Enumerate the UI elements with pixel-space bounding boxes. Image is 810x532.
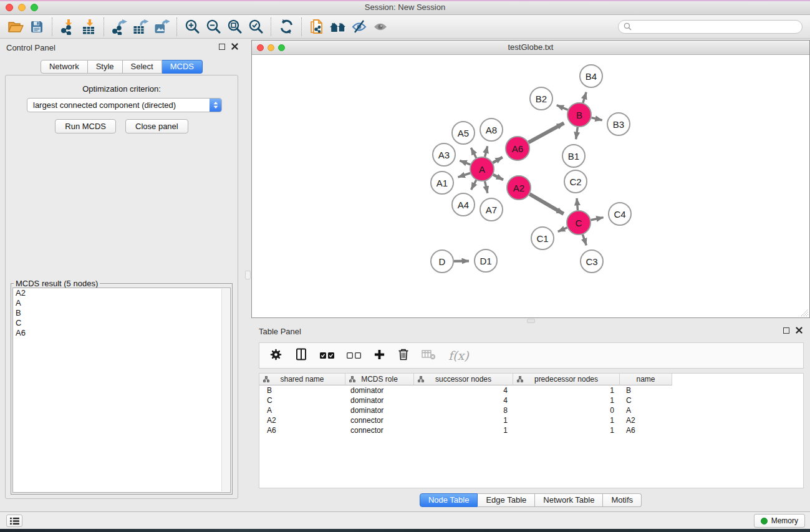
graph-node-A5[interactable]: A5 [451, 121, 475, 145]
home-button[interactable] [327, 17, 349, 36]
graph-node-C[interactable]: C [566, 210, 591, 235]
tab-node-table[interactable]: Node Table [420, 493, 478, 507]
tab-network-table[interactable]: Network Table [535, 493, 603, 507]
show-column-button[interactable] [295, 348, 307, 363]
network-window-traffic-lights[interactable] [257, 44, 285, 51]
tab-motifs[interactable]: Motifs [603, 493, 642, 507]
dropdown-stepper[interactable] [210, 98, 221, 112]
table-row[interactable]: C dominator 4 1 C [259, 395, 803, 405]
graph-edge-A-A2[interactable] [493, 175, 503, 180]
show-graphics-details-button[interactable] [370, 17, 391, 36]
graph-node-B[interactable]: B [567, 102, 592, 127]
network-from-selection-button[interactable] [306, 17, 327, 36]
close-panel-icon[interactable] [231, 43, 238, 50]
graph-node-B1[interactable]: B1 [562, 144, 586, 168]
graph-node-A4[interactable]: A4 [451, 193, 475, 216]
memory-button[interactable]: Memory [754, 514, 805, 528]
window-resize-grip[interactable] [800, 308, 809, 317]
graph-edge-C-C1[interactable] [558, 228, 567, 231]
hide-graphics-details-button[interactable] [349, 17, 370, 36]
column-header-shared-name[interactable]: shared name [259, 374, 345, 385]
graph-edge-A-A4[interactable] [471, 180, 476, 190]
column-header-name[interactable]: name [620, 374, 672, 385]
graph-node-C2[interactable]: C2 [564, 170, 587, 193]
mcds-result-item[interactable]: A2 [13, 288, 230, 298]
graph-edge-A-A8[interactable] [485, 146, 488, 157]
mcds-list-scrollbar[interactable] [221, 289, 229, 491]
float-panel-icon[interactable] [219, 44, 225, 50]
table-row[interactable]: A dominator 8 0 A [259, 405, 803, 415]
create-column-button[interactable] [374, 349, 385, 363]
table-row[interactable]: B dominator 4 1 B [259, 385, 803, 395]
traffic-lights[interactable] [6, 4, 38, 11]
import-table-button[interactable] [78, 17, 99, 36]
graph-node-B2[interactable]: B2 [529, 87, 553, 110]
graph-node-A6[interactable]: A6 [505, 136, 530, 161]
graph-node-B4[interactable]: B4 [579, 64, 603, 88]
graph-node-C3[interactable]: C3 [580, 249, 604, 273]
vertical-split-grip[interactable] [245, 271, 251, 279]
app-titlebar[interactable]: Session: New Session [0, 0, 810, 15]
open-session-button[interactable] [5, 17, 26, 36]
network-minimize-button[interactable] [268, 44, 274, 51]
graph-node-A8[interactable]: A8 [480, 118, 503, 142]
delete-column-button[interactable] [398, 348, 409, 363]
graph-edge-A-A5[interactable] [471, 148, 476, 158]
column-header-mcds-role[interactable]: MCDS role [345, 374, 414, 385]
graph-edge-B-B4[interactable] [583, 92, 586, 103]
search-input[interactable] [635, 22, 797, 31]
graph-edge-C-C4[interactable] [591, 218, 604, 220]
network-canvas[interactable]: B4B2BB3A5A8A6B1A3AC2A1A2A4A7C4CC1C3DD1 [252, 55, 809, 317]
graph-node-D1[interactable]: D1 [474, 249, 498, 273]
minimize-window-button[interactable] [18, 4, 26, 11]
apply-preferred-layout-button[interactable] [276, 17, 297, 36]
mcds-result-item[interactable]: B [13, 308, 230, 318]
graph-edge-A6-B[interactable] [529, 123, 564, 142]
network-view-window[interactable]: testGlobe.txt B4B2BB3A5A8A6B1A3AC2A1A2A4… [251, 40, 810, 318]
graph-node-C4[interactable]: C4 [608, 202, 632, 226]
table-row[interactable]: A6 connector 1 1 A6 [259, 425, 803, 435]
graph-edge-A2-C[interactable] [529, 194, 564, 214]
zoom-fit-button[interactable] [224, 17, 245, 36]
maximize-window-button[interactable] [31, 4, 38, 11]
search-field[interactable] [618, 20, 803, 34]
tab-select[interactable]: Select [123, 60, 162, 74]
run-mcds-button[interactable]: Run MCDS [55, 119, 116, 133]
show-task-history-button[interactable] [6, 515, 22, 527]
mcds-result-item[interactable]: C [13, 318, 230, 328]
network-close-button[interactable] [257, 44, 264, 51]
graph-node-A[interactable]: A [470, 157, 494, 181]
column-header-predecessor-nodes[interactable]: predecessor nodes [513, 374, 620, 385]
network-maximize-button[interactable] [278, 44, 285, 51]
graph-edge-B-B3[interactable] [592, 118, 602, 120]
deselect-all-button[interactable] [347, 352, 361, 359]
export-network-button[interactable] [108, 17, 130, 36]
tab-network[interactable]: Network [41, 60, 88, 74]
close-panel-icon[interactable] [796, 327, 803, 334]
tab-style[interactable]: Style [88, 60, 123, 74]
export-image-button[interactable] [151, 17, 172, 36]
save-session-button[interactable] [26, 17, 47, 36]
criterion-dropdown[interactable]: largest connected component (directed) [27, 98, 222, 112]
graph-node-B3[interactable]: B3 [607, 112, 630, 136]
mcds-result-item[interactable]: A6 [13, 328, 230, 338]
mcds-result-item[interactable]: A [13, 298, 230, 308]
graph-node-A1[interactable]: A1 [430, 171, 454, 195]
graph-edge-C-C2[interactable] [577, 198, 578, 210]
graph-edge-B-B1[interactable] [576, 127, 578, 139]
graph-edge-A-A7[interactable] [485, 181, 488, 193]
column-header-successor-nodes[interactable]: successor nodes [414, 374, 513, 385]
zoom-in-button[interactable] [181, 17, 203, 36]
graph-edge-B-B2[interactable] [557, 105, 568, 110]
close-panel-button[interactable]: Close panel [125, 119, 188, 133]
table-settings-button[interactable] [269, 348, 282, 364]
graph-node-D[interactable]: D [430, 249, 454, 273]
close-window-button[interactable] [6, 4, 13, 11]
zoom-selected-button[interactable] [245, 17, 266, 36]
tab-mcds[interactable]: MCDS [162, 60, 203, 74]
select-all-button[interactable] [320, 352, 334, 359]
zoom-out-button[interactable] [203, 17, 224, 36]
graph-edge-A-A3[interactable] [460, 161, 470, 165]
float-panel-icon[interactable] [783, 327, 789, 334]
tab-edge-table[interactable]: Edge Table [478, 493, 535, 507]
